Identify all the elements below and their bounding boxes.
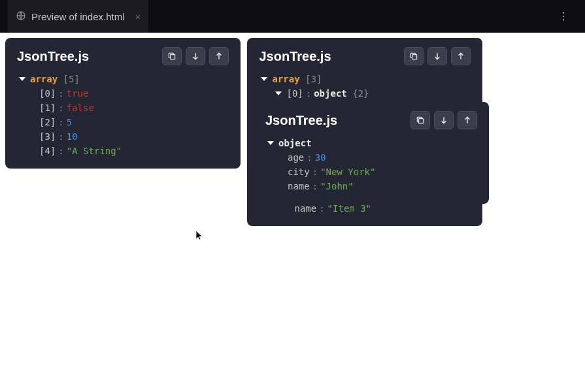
svg-rect-3 [419, 119, 424, 123]
value-string: "John" [320, 179, 354, 193]
panel-controls [404, 47, 471, 65]
chevron-down-icon[interactable] [259, 74, 269, 84]
key-label: name [288, 179, 310, 193]
index-label: [2] [39, 115, 56, 129]
type-label: array [272, 72, 299, 86]
tree-row[interactable]: [2]:5 [17, 115, 229, 129]
tree-row[interactable]: [0]: object {2} [259, 86, 471, 101]
chevron-down-icon[interactable] [17, 74, 27, 84]
value-number: 30 [315, 150, 326, 165]
expand-button[interactable] [186, 47, 205, 65]
copy-button[interactable] [162, 47, 182, 65]
value-string: "New York" [320, 165, 375, 179]
tree-root[interactable]: array [3] [259, 72, 471, 86]
index-label: [1] [39, 101, 56, 115]
value-string: "A String" [67, 144, 122, 158]
value-true: true [67, 86, 89, 101]
tree-row[interactable]: city:"New York" [265, 165, 477, 179]
panel-title: JsonTree.js [17, 49, 162, 64]
tab-bar: Preview of index.html × ⋯ [0, 0, 585, 33]
preview-tab[interactable]: Preview of index.html × [8, 0, 148, 33]
index-label: [0] [39, 86, 56, 101]
expand-button[interactable] [427, 47, 447, 65]
copy-button[interactable] [404, 47, 424, 65]
index-label: [0] [286, 86, 303, 101]
chevron-down-icon[interactable] [265, 138, 276, 148]
globe-icon [16, 10, 26, 23]
close-icon[interactable]: × [135, 11, 141, 22]
collapse-button[interactable] [451, 47, 471, 65]
tree-row[interactable]: [1]:false [17, 101, 229, 115]
json-panel-3: JsonTree.js object age:30 city:"New York… [254, 102, 489, 204]
tree-root[interactable]: array [5] [17, 72, 229, 86]
tab-title: Preview of index.html [31, 11, 125, 22]
panel-title: JsonTree.js [265, 113, 410, 128]
value-false: false [67, 101, 94, 115]
panel-header: JsonTree.js [265, 111, 477, 129]
more-menu-icon[interactable]: ⋯ [558, 3, 570, 30]
svg-rect-1 [171, 55, 175, 59]
json-panel-1: JsonTree.js array [5] [0]:true [1]:false… [5, 38, 241, 169]
value-number: 10 [67, 129, 78, 144]
key-label: city [288, 165, 310, 179]
tree-row[interactable]: [0]:true [17, 86, 229, 101]
key-label: age [288, 150, 304, 165]
count-label: {2} [352, 86, 369, 101]
tree-row[interactable]: name:"John" [265, 179, 477, 193]
cursor-icon [195, 230, 205, 243]
tree: array [5] [0]:true [1]:false [2]:5 [3]:1… [17, 72, 229, 158]
count-label: [5] [63, 72, 80, 86]
svg-rect-2 [412, 55, 417, 59]
preview-content: JsonTree.js array [5] [0]:true [1]:false… [0, 33, 585, 237]
type-label: array [30, 72, 58, 86]
tree: object age:30 city:"New York" name:"John… [265, 136, 477, 193]
collapse-button[interactable] [209, 47, 229, 65]
tree-row[interactable]: [3]:10 [17, 129, 229, 144]
panel-header: JsonTree.js [259, 47, 471, 65]
type-label: object [278, 136, 312, 150]
value-number: 5 [67, 115, 72, 129]
panel-title: JsonTree.js [259, 49, 404, 64]
expand-button[interactable] [434, 111, 454, 129]
chevron-down-icon[interactable] [273, 88, 284, 99]
index-label: [4] [39, 144, 56, 158]
panel-controls [410, 111, 477, 129]
count-label: [3] [305, 72, 322, 86]
tree-row[interactable]: [4]:"A String" [17, 144, 229, 158]
panel-header: JsonTree.js [17, 47, 229, 65]
tree-row[interactable]: age:30 [265, 150, 477, 165]
tree-root[interactable]: object [265, 136, 477, 150]
collapse-button[interactable] [458, 111, 477, 129]
panel-controls [162, 47, 229, 65]
type-label: object [314, 86, 347, 101]
copy-button[interactable] [410, 111, 430, 129]
index-label: [3] [39, 129, 56, 144]
